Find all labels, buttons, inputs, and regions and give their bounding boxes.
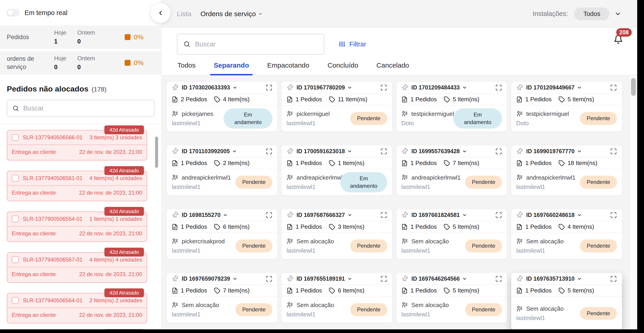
unallocated-order-card[interactable]: 42d Atrasado SLR-1377940506561-01 4 Item… — [7, 171, 147, 201]
tag-icon — [214, 160, 220, 166]
order-id-dropdown[interactable]: ID 1701209449667 — [526, 84, 582, 91]
notifications-button[interactable]: 208 — [614, 35, 623, 44]
expand-icon[interactable] — [610, 275, 617, 282]
pin-icon[interactable] — [516, 148, 523, 155]
order-id-dropdown[interactable]: ID 1701209484433 — [411, 84, 467, 91]
tab-cancelado[interactable]: Cancelado — [376, 62, 409, 75]
picker-name: andreapickerlmwl1 — [182, 174, 231, 181]
expand-icon[interactable] — [495, 148, 502, 155]
pedidos-count: 1 Pedidos — [410, 96, 437, 103]
order-id-dropdown[interactable]: ID 1697661824581 — [411, 212, 467, 218]
items-count: 6 Item(ns) — [338, 287, 364, 294]
picker-name: Sem alocação — [411, 238, 449, 245]
order-id-dropdown[interactable]: ID 1697646264566 — [411, 275, 467, 282]
pin-icon[interactable] — [286, 84, 293, 91]
order-id-dropdown[interactable]: ID 1701967780209 — [296, 84, 352, 91]
order-id-dropdown[interactable]: ID 1697655189191 — [296, 275, 352, 282]
main-scrollbar[interactable] — [630, 76, 637, 333]
status-badge: Pendente — [235, 239, 272, 252]
expand-icon[interactable] — [266, 275, 272, 282]
sidebar-scrollbar[interactable] — [155, 137, 158, 168]
pin-icon[interactable] — [516, 212, 523, 218]
tab-empacotando[interactable]: Empacotando — [267, 62, 310, 75]
order-id-dropdown[interactable]: ID 1698155270 — [182, 212, 228, 218]
order-id-dropdown[interactable]: ID 1697687666327 — [296, 212, 352, 218]
document-icon — [516, 287, 522, 294]
expand-icon[interactable] — [610, 84, 617, 91]
tab-todos[interactable]: Todos — [177, 62, 196, 75]
pin-icon[interactable] — [172, 275, 178, 282]
pin-icon[interactable] — [516, 275, 523, 282]
order-id-dropdown[interactable]: ID 1700591623018 — [296, 148, 352, 155]
unallocated-order-card[interactable]: 42d Atrasado SLR-1377940506567-01 4 Item… — [7, 252, 147, 283]
pin-icon[interactable] — [401, 212, 408, 218]
picker-name: andreapickerlmwl1 — [526, 174, 576, 181]
facility-name: lastmilewl1 — [401, 247, 449, 254]
order-checkbox[interactable] — [12, 175, 19, 182]
pin-icon[interactable] — [286, 148, 293, 155]
order-checkbox[interactable] — [12, 256, 19, 263]
title-caret-icon[interactable] — [258, 12, 263, 16]
tag-icon — [444, 224, 450, 230]
pin-icon[interactable] — [286, 212, 293, 218]
orders-search-input[interactable] — [195, 41, 318, 48]
pin-icon[interactable] — [286, 275, 293, 282]
picker-icon — [172, 238, 178, 245]
unallocated-order-card[interactable]: 42d Atrasado SLR-1377940506564-01 2 Item… — [7, 293, 147, 323]
pin-icon[interactable] — [172, 148, 178, 155]
expand-icon[interactable] — [610, 212, 617, 218]
expand-icon[interactable] — [380, 148, 387, 155]
sidebar-search-input[interactable] — [23, 105, 149, 112]
tag-icon — [444, 96, 450, 103]
chevron-down-icon[interactable] — [614, 11, 621, 17]
expand-icon[interactable] — [495, 84, 502, 91]
facility-name: lastmilewl1 — [516, 247, 564, 254]
facility-name: lastmilewl1 — [516, 183, 576, 190]
realtime-toggle[interactable] — [7, 9, 20, 17]
unallocated-count: (178) — [92, 86, 106, 93]
order-checkbox[interactable] — [12, 297, 19, 304]
order-id-dropdown[interactable]: ID 1699019767770 — [526, 148, 582, 155]
expand-icon[interactable] — [266, 84, 272, 91]
pin-icon[interactable] — [172, 212, 178, 218]
picker-name: testpickermiguel — [526, 110, 569, 117]
expand-icon[interactable] — [610, 148, 617, 155]
expand-icon[interactable] — [495, 275, 502, 282]
order-id-dropdown[interactable]: ID 1697659079239 — [182, 275, 238, 282]
expand-icon[interactable] — [266, 148, 272, 155]
order-id-dropdown[interactable]: ID 1703020633393 — [182, 84, 238, 91]
pin-icon[interactable] — [516, 84, 523, 91]
items-count: 4 Item(ns) — [568, 223, 594, 230]
unallocated-order-card[interactable]: 42d Atrasado SLR-1377940506566-01 3 Item… — [7, 130, 147, 160]
breadcrumb-lista[interactable]: Lista — [177, 10, 191, 18]
pin-icon[interactable] — [401, 148, 408, 155]
facilities-select[interactable]: Todos — [574, 8, 610, 20]
order-checkbox[interactable] — [12, 134, 19, 141]
expand-icon[interactable] — [266, 212, 272, 218]
scrollbar-thumb[interactable] — [631, 78, 636, 96]
order-checkbox[interactable] — [12, 216, 19, 222]
picker-icon — [286, 238, 293, 245]
tab-concluído[interactable]: Concluído — [327, 62, 358, 75]
facility-name: lastmilewl1 — [172, 183, 231, 190]
expand-icon[interactable] — [380, 275, 387, 282]
filter-button[interactable]: Filtrar — [338, 41, 366, 48]
expand-icon[interactable] — [495, 212, 502, 218]
facility-name: lastmilewl1 — [401, 311, 449, 318]
expand-icon[interactable] — [380, 212, 387, 218]
realtime-row: Em tempo real — [0, 0, 161, 26]
order-id-dropdown[interactable]: ID 1697660248618 — [526, 212, 582, 218]
order-id-dropdown[interactable]: ID 1699557639428 — [411, 148, 467, 155]
pedidos-count: 1 Pedidos — [296, 160, 322, 167]
order-id-dropdown[interactable]: ID 1697635713910 — [526, 275, 582, 282]
pin-icon[interactable] — [401, 275, 408, 282]
unallocated-order-card[interactable]: 42d Atrasado SLR-1377900506554-01 1 Item… — [7, 211, 147, 242]
delivery-type: Entrega ao cliente — [12, 149, 56, 155]
pin-icon[interactable] — [172, 84, 178, 91]
unallocated-title: Pedidos não alocados (178) — [7, 85, 154, 93]
expand-icon[interactable] — [380, 84, 387, 91]
tab-separando[interactable]: Separando — [213, 62, 250, 75]
order-id-dropdown[interactable]: ID 1701103992005 — [182, 148, 237, 155]
sidebar-collapse-button[interactable] — [150, 3, 170, 23]
pin-icon[interactable] — [401, 84, 408, 91]
